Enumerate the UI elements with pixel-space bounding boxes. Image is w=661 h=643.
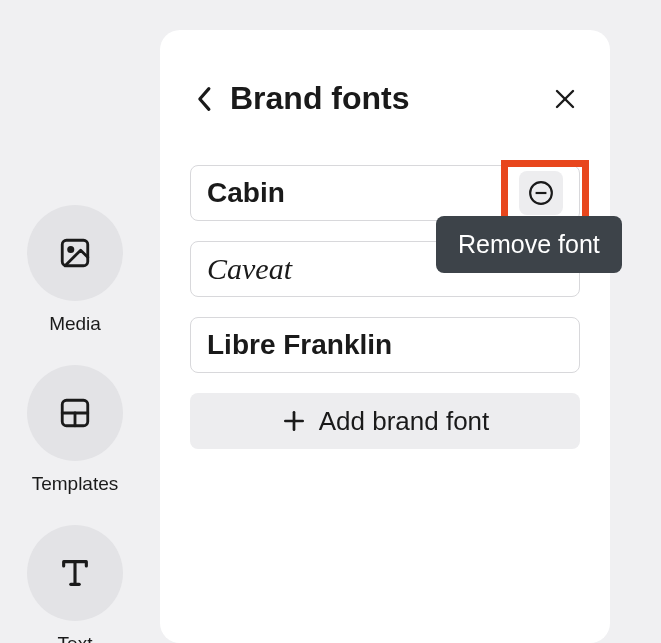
plus-icon xyxy=(281,408,307,434)
font-row[interactable]: Libre Franklin xyxy=(190,317,580,373)
sidebar-item-media[interactable]: Media xyxy=(27,205,123,335)
font-row[interactable]: Cabin xyxy=(190,165,580,221)
panel-header: Brand fonts xyxy=(190,80,580,117)
sidebar-item-text[interactable]: Text xyxy=(27,525,123,643)
remove-font-tooltip: Remove font xyxy=(436,216,622,273)
sidebar-item-label: Text xyxy=(58,633,93,643)
remove-font-button[interactable] xyxy=(519,171,563,215)
sidebar-item-label: Media xyxy=(49,313,101,335)
panel-title: Brand fonts xyxy=(230,80,550,117)
font-name: Libre Franklin xyxy=(207,329,392,361)
templates-icon xyxy=(27,365,123,461)
add-brand-font-button[interactable]: Add brand font xyxy=(190,393,580,449)
font-name: Cabin xyxy=(207,177,285,209)
close-icon xyxy=(553,87,577,111)
sidebar: Media Templates Text xyxy=(0,0,150,643)
chevron-left-icon xyxy=(197,86,213,112)
text-icon xyxy=(27,525,123,621)
media-icon xyxy=(27,205,123,301)
back-button[interactable] xyxy=(190,84,220,114)
font-name: Caveat xyxy=(207,252,292,286)
add-button-label: Add brand font xyxy=(319,406,490,437)
close-button[interactable] xyxy=(550,84,580,114)
sidebar-item-templates[interactable]: Templates xyxy=(27,365,123,495)
remove-icon xyxy=(528,180,554,206)
svg-point-1 xyxy=(69,247,73,251)
sidebar-item-label: Templates xyxy=(32,473,119,495)
brand-fonts-panel: Brand fonts Cabin Caveat Libre Frankli xyxy=(160,30,610,643)
